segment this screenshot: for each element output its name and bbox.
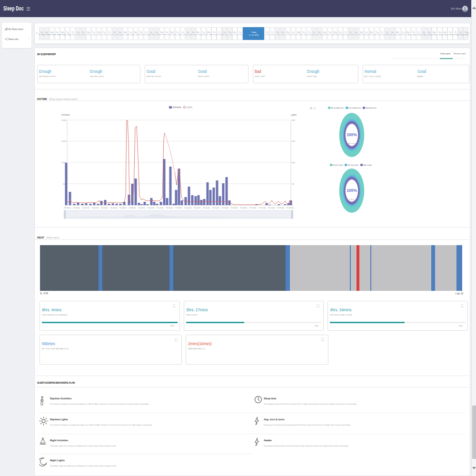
svg-text:7/4 12:00: 7/4 12:00 [147,207,154,209]
svg-text:7/5 12:00: 7/5 12:00 [258,207,266,209]
svg-text:7/3 18:00: 7/3 18:00 [64,207,71,209]
svg-text:50: 50 [292,183,294,185]
svg-text:7/5 06:00: 7/5 06:00 [231,207,238,209]
svg-text:7/5 04:00: 7/5 04:00 [221,207,228,209]
svg-text:7/4 20:00: 7/4 20:00 [184,207,191,209]
svg-text:7/4 16:00: 7/4 16:00 [166,207,173,209]
svg-text:7/5 18:00: 7/5 18:00 [287,207,294,209]
svg-text:7/5 14:00: 7/5 14:00 [268,207,275,209]
svg-text:7/4 10:00: 7/4 10:00 [138,207,145,209]
svg-text:7/5 00:00: 7/5 00:00 [203,207,210,209]
svg-text:7/4 14:00: 7/4 14:00 [157,207,164,209]
svg-text:7/4 04:00: 7/4 04:00 [110,207,117,209]
svg-text:7/4 18:00: 7/4 18:00 [175,207,182,209]
svg-text:150: 150 [292,140,295,142]
svg-text:7/4 22:00: 7/4 22:00 [194,207,201,209]
svg-text:1,500: 1,500 [61,140,67,142]
svg-text:7/3 20:00: 7/3 20:00 [73,207,80,209]
svg-text:2,000: 2,000 [61,119,67,121]
svg-text:7/4 06:00: 7/4 06:00 [119,207,127,209]
svg-text:7/5 02:00: 7/5 02:00 [212,207,219,209]
svg-text:7/3 22:00: 7/3 22:00 [82,207,89,209]
svg-text:7/5 10:00: 7/5 10:00 [249,207,257,209]
svg-text:7/4 08:00: 7/4 08:00 [129,207,136,209]
svg-text:100: 100 [292,161,295,164]
svg-text:7/5 16:00: 7/5 16:00 [277,207,284,209]
svg-text:7/4 00:00: 7/4 00:00 [91,207,99,209]
svg-text:7/5 08:00: 7/5 08:00 [240,207,247,209]
svg-text:200: 200 [292,119,295,121]
svg-text:7/4 02:00: 7/4 02:00 [101,207,108,209]
